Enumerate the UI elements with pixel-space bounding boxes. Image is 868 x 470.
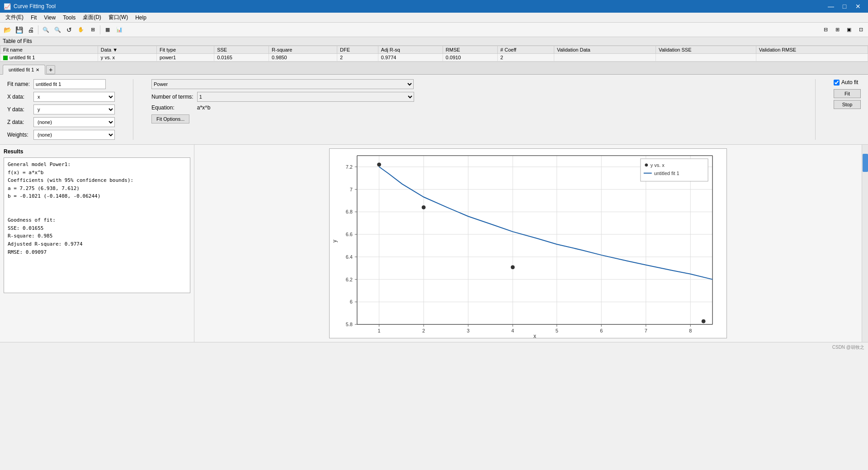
stop-button[interactable]: Stop	[834, 100, 861, 109]
menu-view[interactable]: View	[40, 14, 59, 22]
weights-label: Weights:	[7, 132, 30, 138]
toolbar-chart[interactable]: 📊	[114, 24, 125, 35]
fit-options-button[interactable]: Fit Options...	[151, 114, 189, 123]
col-data[interactable]: Data ▼	[98, 46, 156, 54]
cell-val-data	[554, 54, 656, 62]
scroll-thumb[interactable]	[863, 154, 868, 172]
y-data-select[interactable]: y	[33, 104, 115, 114]
fit-color-indicator	[3, 56, 8, 60]
z-data-select[interactable]: (none)	[33, 117, 115, 127]
data-point-4	[702, 319, 705, 323]
data-form-section: Fit name: X data: x Y data: y Z data: (n…	[7, 79, 115, 140]
cell-data: y vs. x	[98, 54, 156, 62]
data-point-1	[377, 163, 381, 166]
svg-text:6: 6	[350, 299, 353, 304]
col-rmse: RMSE	[443, 46, 497, 54]
col-sse: SSE	[214, 46, 269, 54]
cell-sse: 0.0165	[214, 54, 269, 62]
terms-label: Number of terms:	[151, 94, 193, 100]
right-scrollbar[interactable]	[862, 145, 868, 342]
equation-value: a*x^b	[197, 104, 797, 111]
fit-type-section: Power Number of terms: 1 Equation: a*x^b…	[151, 79, 797, 140]
toolbar-pan[interactable]: ✋	[75, 24, 86, 35]
col-adj-rsq: Adj R-sq	[378, 46, 443, 54]
menu-file[interactable]: 文件(E)	[2, 13, 27, 22]
table-row[interactable]: untitled fit 1 y vs. x power1 0.0165 0.9…	[0, 54, 868, 62]
chart-area: 1 2 3 4 5 6 7 8 x	[194, 145, 862, 342]
watermark: CSDN @胡牧之	[832, 344, 864, 351]
toolbar-table[interactable]: ▦	[102, 24, 113, 35]
cell-rsquare: 0.9850	[269, 54, 337, 62]
col-val-rmse: Validation RMSE	[756, 46, 868, 54]
svg-text:6.8: 6.8	[346, 209, 353, 214]
toolbar-save[interactable]: 💾	[14, 24, 24, 35]
cell-val-rmse	[756, 54, 868, 62]
toolbar-layout3[interactable]: ▣	[844, 24, 854, 35]
close-button[interactable]: ✕	[852, 0, 864, 13]
fit-type-dropdown[interactable]: Power	[151, 79, 414, 89]
toolbar: 📂 💾 🖨 🔍 🔍 ↺ ✋ ⊞ ▦ 📊 ⊟ ⊞ ▣ ⊡	[0, 23, 868, 37]
autofit-label: Auto fit	[841, 79, 858, 85]
tabbar: untitled fit 1 ✕ +	[0, 62, 868, 75]
svg-text:5.8: 5.8	[346, 322, 353, 327]
autofit-checkbox[interactable]	[834, 80, 840, 85]
cell-ncoeff: 2	[497, 54, 554, 62]
menu-window[interactable]: 窗口(W)	[105, 13, 132, 22]
menu-desktop[interactable]: 桌面(D)	[79, 13, 105, 22]
tof-title: Table of Fits	[0, 37, 868, 46]
svg-text:6.6: 6.6	[346, 232, 353, 237]
svg-text:5: 5	[556, 328, 558, 333]
fit-actions-section: Auto fit Fit Stop	[834, 79, 861, 140]
col-fit-type: Fit type	[156, 46, 214, 54]
minimize-button[interactable]: —	[825, 0, 837, 13]
toolbar-print[interactable]: 🖨	[25, 24, 36, 35]
table-of-fits: Table of Fits Fit name Data ▼ Fit type S…	[0, 37, 868, 62]
results-title: Results	[4, 148, 190, 155]
menu-tools[interactable]: Tools	[59, 14, 79, 22]
svg-text:y: y	[331, 240, 338, 242]
toolbar-open[interactable]: 📂	[2, 24, 13, 35]
cell-dfe: 2	[337, 54, 378, 62]
svg-text:x: x	[533, 333, 536, 338]
maximize-button[interactable]: □	[838, 0, 851, 13]
legend-line-label: untitled fit 1	[654, 171, 679, 176]
svg-text:7.2: 7.2	[346, 164, 353, 170]
menu-help[interactable]: Help	[132, 14, 150, 22]
terms-select[interactable]: 1	[197, 92, 414, 102]
tab-add-button[interactable]: +	[46, 65, 55, 74]
app-icon: 📈	[4, 3, 11, 10]
cell-fit-type: power1	[156, 54, 214, 62]
toolbar-zoom-out[interactable]: 🔍	[52, 24, 63, 35]
tab-close-button[interactable]: ✕	[36, 67, 39, 72]
fit-panel: Fit name: X data: x Y data: y Z data: (n…	[0, 75, 868, 145]
toolbar-layout2[interactable]: ⊞	[832, 24, 843, 35]
tab-label: untitled fit 1	[9, 67, 34, 72]
titlebar: 📈 Curve Fitting Tool — □ ✕	[0, 0, 868, 13]
weights-select[interactable]: (none)	[33, 130, 115, 140]
window-title: Curve Fitting Tool	[14, 3, 825, 9]
tab-untitled-fit-1[interactable]: untitled fit 1 ✕	[3, 65, 45, 75]
chart-container[interactable]: 1 2 3 4 5 6 7 8 x	[329, 148, 727, 338]
x-data-select[interactable]: x	[33, 92, 115, 102]
cell-val-sse	[656, 54, 756, 62]
fit-button[interactable]: Fit	[834, 89, 861, 98]
col-ncoeff: # Coeff	[497, 46, 554, 54]
chart-svg: 1 2 3 4 5 6 7 8 x	[330, 149, 726, 338]
statusbar: CSDN @胡牧之	[0, 342, 868, 352]
toolbar-layout4[interactable]: ⊡	[855, 24, 866, 35]
col-fit-name[interactable]: Fit name	[0, 46, 98, 54]
toolbar-refresh[interactable]: ↺	[64, 24, 75, 35]
tof-table: Fit name Data ▼ Fit type SSE R-square DF…	[0, 46, 868, 62]
toolbar-select[interactable]: ⊞	[87, 24, 98, 35]
y-data-label: Y data:	[7, 106, 30, 113]
equation-label: Equation:	[151, 104, 193, 111]
menu-fit[interactable]: Fit	[27, 14, 40, 22]
svg-text:8: 8	[689, 328, 692, 333]
fit-name-input[interactable]	[33, 79, 106, 89]
col-val-data: Validation Data	[554, 46, 656, 54]
toolbar-zoom-in[interactable]: 🔍	[40, 24, 51, 35]
svg-text:6.4: 6.4	[346, 254, 353, 260]
toolbar-layout1[interactable]: ⊟	[820, 24, 831, 35]
data-point-3	[511, 266, 514, 269]
svg-text:4: 4	[511, 328, 514, 333]
